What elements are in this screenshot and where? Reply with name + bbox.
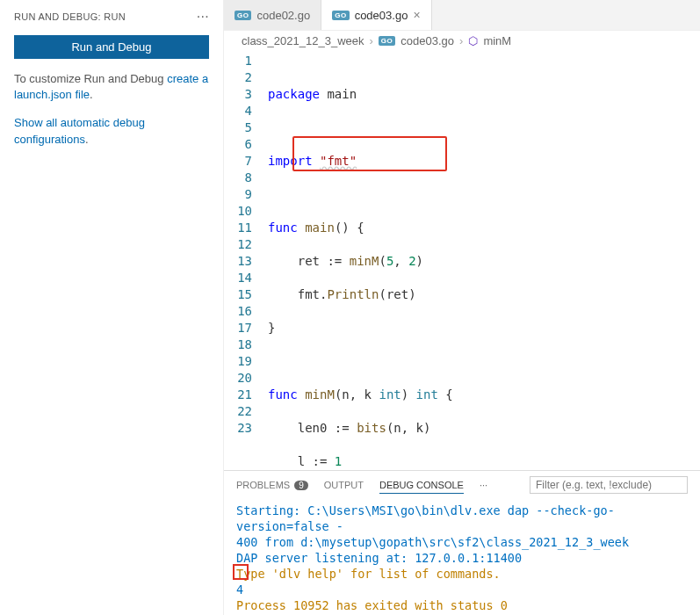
tab-output[interactable]: OUTPUT (324, 480, 364, 490)
debug-sidebar: RUN AND DEBUG: RUN ··· Run and Debug To … (0, 0, 224, 615)
bottom-panel: PROBLEMS 9 OUTPUT DEBUG CONSOLE ··· Star… (224, 470, 700, 615)
code-content[interactable]: package main import "fmt" func main() { … (268, 53, 700, 470)
panel-more-icon[interactable]: ··· (480, 480, 487, 490)
breadcrumb[interactable]: class_2021_12_3_week › GO code03.go › ⬡ … (224, 31, 700, 51)
tab-code03[interactable]: GO code03.go × (321, 0, 431, 30)
code-editor[interactable]: 1234567891011121314151617181920212223 pa… (224, 51, 700, 470)
customize-text: To customize Run and Debug create a laun… (14, 71, 209, 103)
debug-console-output[interactable]: Starting: C:\Users\MSI\go\bin\dlv.exe da… (224, 499, 700, 615)
chevron-right-icon: › (459, 34, 463, 47)
close-icon[interactable]: × (413, 8, 420, 22)
highlight-box (233, 564, 249, 580)
sidebar-title: RUN AND DEBUG: RUN (14, 11, 126, 22)
symbol-icon: ⬡ (468, 34, 478, 47)
editor-tabs: GO code02.go GO code03.go × (224, 0, 700, 31)
tab-problems[interactable]: PROBLEMS 9 (236, 480, 308, 490)
show-configs-link[interactable]: Show all automatic debug configurations (14, 116, 145, 145)
line-gutter: 1234567891011121314151617181920212223 (224, 53, 268, 470)
tab-debug-console[interactable]: DEBUG CONSOLE (379, 480, 464, 494)
go-icon: GO (235, 11, 251, 20)
tab-code02[interactable]: GO code02.go (224, 0, 321, 30)
go-icon: GO (379, 36, 395, 46)
chevron-right-icon: › (370, 34, 373, 47)
run-debug-button[interactable]: Run and Debug (14, 35, 209, 59)
sidebar-more-icon[interactable]: ··· (197, 9, 209, 25)
console-filter-input[interactable] (530, 476, 688, 494)
go-icon: GO (332, 11, 349, 20)
problems-count-badge: 9 (294, 481, 308, 490)
